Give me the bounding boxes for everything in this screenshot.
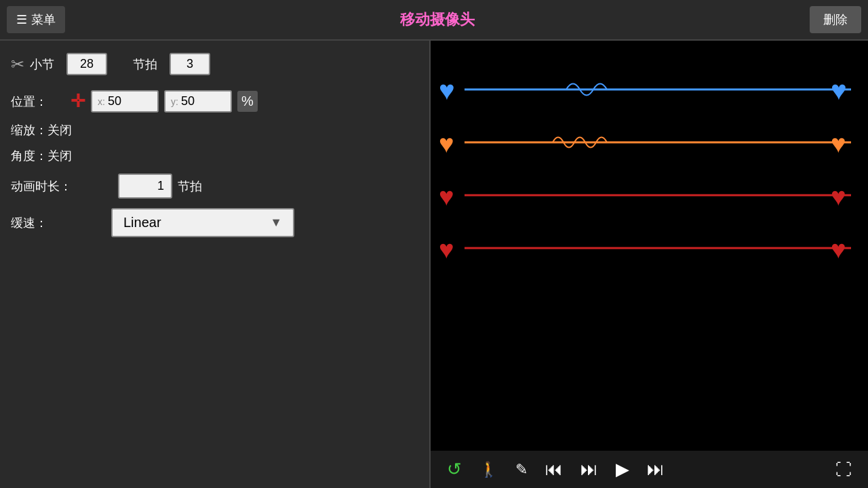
prev-frame-button[interactable]: ⏭ bbox=[575, 456, 604, 483]
angle-row: 角度：关闭 bbox=[11, 148, 418, 164]
left-panel: ✂ 小节 28 节拍 3 位置： ✛ x: y: % bbox=[0, 41, 431, 488]
easing-row: 缓速： Linear ▼ bbox=[11, 208, 418, 237]
duration-row: 动画时长： 节拍 bbox=[11, 174, 418, 199]
svg-text:♥: ♥ bbox=[439, 182, 454, 211]
person-button[interactable]: 🚶 bbox=[474, 458, 503, 481]
loop-button[interactable]: ↺ bbox=[441, 456, 467, 483]
controls-area: ✂ 小节 28 节拍 3 位置： ✛ x: y: % bbox=[0, 41, 429, 488]
delete-button[interactable]: 删除 bbox=[810, 6, 861, 33]
svg-text:♥: ♥ bbox=[831, 129, 846, 158]
duration-unit: 节拍 bbox=[178, 178, 202, 195]
svg-text:♥: ♥ bbox=[831, 75, 847, 105]
position-row: 位置： ✛ x: y: % bbox=[11, 90, 418, 113]
pos-y-wrapper: y: bbox=[164, 90, 232, 113]
pos-y-prefix: y: bbox=[171, 96, 178, 107]
pos-y-input[interactable] bbox=[181, 94, 215, 108]
svg-text:♥: ♥ bbox=[831, 235, 846, 264]
beat-input[interactable]: 3 bbox=[170, 53, 210, 75]
menu-button[interactable]: ☰ 菜单 bbox=[7, 6, 65, 33]
duration-input[interactable] bbox=[118, 174, 172, 199]
pos-x-wrapper: x: bbox=[91, 90, 159, 113]
percent-icon: % bbox=[237, 91, 258, 112]
svg-text:♥: ♥ bbox=[439, 235, 454, 264]
dropdown-arrow-icon: ▼ bbox=[270, 216, 282, 230]
transport-bar: ↺ 🚶 ✎ ⏮ ⏭ ▶ ⏭ ⛶ bbox=[431, 451, 868, 488]
easing-label: 缓速： bbox=[11, 215, 65, 231]
crosshair-icon: ✛ bbox=[71, 91, 85, 112]
play-button[interactable]: ▶ bbox=[610, 456, 635, 483]
svg-text:♥: ♥ bbox=[439, 75, 455, 105]
pos-x-prefix: x: bbox=[98, 96, 105, 107]
position-label: 位置： bbox=[11, 94, 65, 110]
easing-select[interactable]: Linear ▼ bbox=[111, 208, 294, 237]
menu-label: 菜单 bbox=[31, 12, 56, 28]
preview-area: ♥ ♥ ♥ ♥ ♥ ♥ ♥ ♥ bbox=[431, 41, 868, 451]
measure-input[interactable]: 28 bbox=[66, 53, 107, 75]
skip-start-button[interactable]: ⏮ bbox=[540, 456, 568, 483]
duration-label: 动画时长： bbox=[11, 178, 72, 195]
edit-button[interactable]: ✎ bbox=[510, 458, 533, 481]
top-bar: ☰ 菜单 移动摄像头 删除 bbox=[0, 0, 868, 41]
beat-label: 节拍 bbox=[133, 56, 157, 73]
main-layout: ✂ 小节 28 节拍 3 位置： ✛ x: y: % bbox=[0, 41, 868, 488]
expand-button[interactable]: ⛶ bbox=[830, 458, 857, 482]
svg-text:♥: ♥ bbox=[831, 182, 846, 211]
measure-label: 小节 bbox=[30, 56, 54, 73]
measure-row: ✂ 小节 28 节拍 3 bbox=[11, 47, 418, 81]
right-panel: ♥ ♥ ♥ ♥ ♥ ♥ ♥ ♥ bbox=[431, 41, 868, 488]
next-frame-button[interactable]: ⏭ bbox=[642, 456, 670, 483]
measure-icon: ✂ bbox=[11, 55, 24, 74]
pos-x-input[interactable] bbox=[108, 94, 142, 108]
menu-icon: ☰ bbox=[16, 12, 27, 27]
svg-text:♥: ♥ bbox=[439, 129, 454, 158]
zoom-row: 缩放：关闭 bbox=[11, 122, 418, 138]
easing-value: Linear bbox=[123, 215, 161, 230]
window-title: 移动摄像头 bbox=[72, 9, 803, 30]
